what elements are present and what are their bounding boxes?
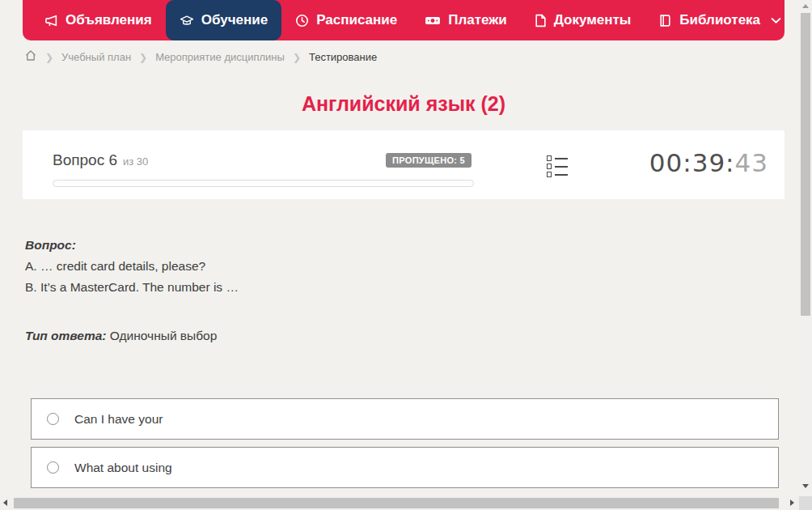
nav-item-documents[interactable]: Документы [521,0,645,40]
breadcrumb-separator: ❯ [45,52,53,63]
question-line-a: A. … credit card details, please? [25,256,753,277]
answer-type-label: Тип ответа: [25,329,107,342]
answer-type-value: Одиночный выбор [110,329,218,342]
question-header-card: Вопрос 6 из 30 ПРОПУЩЕНО: 5 00:39:43 [23,130,785,199]
skipped-badge: ПРОПУЩЕНО: 5 [386,153,472,168]
nav-item-label: Объявления [66,12,152,28]
breadcrumb: ❯ Учебный план ❯ Мероприятие дисциплины … [24,50,377,64]
answer-option-2[interactable]: What about using [31,447,779,488]
chevron-down-icon [771,17,781,24]
nav-item-label: Расписание [316,12,397,28]
vertical-scrollbar[interactable] [799,0,812,492]
question-body: Вопрос: A. … credit card details, please… [25,235,753,346]
top-navbar: Объявления Обучение Расписание Платежи Д… [23,0,785,40]
radio-button[interactable] [47,413,59,425]
question-list-icon[interactable] [547,155,568,177]
question-number: Вопрос 6 [53,151,117,169]
graduation-cap-icon [180,14,194,28]
question-prompt-label: Вопрос: [25,235,753,256]
scroll-down-arrow-icon[interactable] [802,484,809,488]
nav-item-payments[interactable]: Платежи [411,0,521,40]
question-total: из 30 [123,155,148,168]
nav-item-label: Библиотека [679,12,760,28]
breadcrumb-item-discipline-event[interactable]: Мероприятие дисциплины [155,51,285,63]
nav-item-label: Обучение [201,12,268,28]
scroll-left-arrow-icon[interactable] [3,499,7,506]
nav-item-label: Документы [554,12,632,28]
scrollbar-corner [799,496,812,510]
banknote-icon [425,14,441,28]
answer-option-label: Can I have your [74,412,163,427]
scroll-up-arrow-icon[interactable] [802,4,809,8]
nav-item-announcements[interactable]: Объявления [31,0,166,40]
home-icon[interactable] [24,49,37,64]
answer-option-1[interactable]: Can I have your [31,398,779,440]
radio-button[interactable] [47,461,59,474]
timer: 00:39:43 [649,148,768,177]
timer-seconds: 43 [735,148,768,177]
breadcrumb-separator: ❯ [293,52,301,63]
page-title: Английский язык (2) [23,92,785,116]
question-line-b: B. It’s a MasterCard. The number is … [25,277,753,298]
progress-bar [53,180,474,187]
answer-type-row: Тип ответа: Одиночный выбор [25,325,753,346]
vertical-scrollbar-thumb[interactable] [801,13,810,316]
horizontal-scrollbar-thumb[interactable] [14,498,779,508]
breadcrumb-item-curriculum[interactable]: Учебный план [61,51,131,63]
nav-item-library[interactable]: Библиотека [645,0,795,40]
nav-item-schedule[interactable]: Расписание [281,0,411,40]
timer-hhmm: 00:39: [649,148,735,177]
nav-item-learning[interactable]: Обучение [166,0,281,40]
clock-icon [295,14,309,28]
breadcrumb-item-testing: Тестирование [309,51,377,63]
question-progress-section: Вопрос 6 из 30 ПРОПУЩЕНО: 5 [53,151,474,187]
answer-option-label: What about using [74,461,172,475]
breadcrumb-separator: ❯ [139,52,147,63]
scroll-right-arrow-icon[interactable] [790,499,794,506]
document-icon [535,14,547,28]
megaphone-icon [44,14,58,28]
horizontal-scrollbar[interactable] [0,496,799,510]
nav-item-label: Платежи [448,12,507,28]
book-icon [658,14,672,28]
